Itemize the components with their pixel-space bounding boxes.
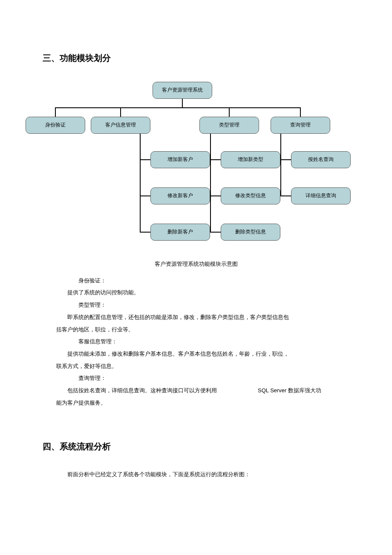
customer-label: 客服信息管理： bbox=[56, 336, 336, 347]
box-type-add: 增加新类型 bbox=[221, 151, 280, 168]
box-type-delete: 删除类型信息 bbox=[221, 224, 280, 241]
box-identity: 身份验证 bbox=[26, 117, 85, 134]
identity-desc: 提供了系统的访问控制功能。 bbox=[56, 288, 336, 298]
section4-text: 前面分析中已经定义了系统各个功能模块，下面是系统运行的流程分析图： bbox=[56, 470, 336, 479]
box-customer-add: 增加新客户 bbox=[150, 151, 210, 168]
identity-label: 身份验证： bbox=[56, 276, 336, 286]
query-desc-part-a: 包括按姓名查询，详细信息查询。这种查询接口可以方便利用 bbox=[67, 387, 217, 394]
box-customer-modify: 修改新客户 bbox=[150, 187, 210, 204]
type-label: 类型管理： bbox=[56, 300, 336, 311]
section4-heading: 四、系统流程分析 bbox=[43, 440, 349, 453]
module-diagram: 客户资源管理系统 身份验证 客户信息管理 类型管理 查询管理 增加新客户 修改新… bbox=[26, 82, 366, 256]
box-query-mgmt: 查询管理 bbox=[271, 117, 330, 134]
box-customer-mgmt: 客户信息管理 bbox=[91, 117, 150, 134]
box-customer-delete: 删除新客户 bbox=[150, 224, 210, 241]
customer-desc-line1: 提供功能未添加，修改和删除客户基本信息。客户基本信息包括姓名，年龄，行业，职位， bbox=[56, 349, 336, 359]
type-desc-line1: 即系统的配置信息管理，还包括的功能是添加，修改，删除客户类型信息，客户类型信息包 bbox=[56, 312, 336, 323]
customer-desc-line2: 联系方式，爱好等信息。 bbox=[56, 361, 336, 372]
box-query-byname: 按姓名查询 bbox=[291, 151, 351, 168]
type-desc-line2: 括客户的地区，职位，行业等。 bbox=[56, 325, 336, 335]
query-label: 查询管理： bbox=[56, 373, 336, 384]
box-type-modify: 修改类型信息 bbox=[221, 187, 280, 204]
diagram-caption: 客户资源管理系统功能模块示意图 bbox=[43, 260, 349, 269]
query-desc-line2: 能为客户提供服务。 bbox=[56, 398, 336, 408]
query-desc-part-b: 数据库强大功 bbox=[286, 387, 321, 394]
box-query-detail: 详细信息查询 bbox=[291, 187, 351, 204]
section3-heading: 三、功能模块划分 bbox=[43, 51, 349, 65]
box-type-mgmt: 类型管理 bbox=[199, 117, 259, 134]
diagram-root: 客户资源管理系统 bbox=[153, 82, 212, 99]
query-desc-line1: 包括按姓名查询，详细信息查询。这种查询接口可以方便利用SQL Server 数据… bbox=[56, 385, 336, 396]
sql-server-term: SQL Server bbox=[247, 385, 286, 396]
